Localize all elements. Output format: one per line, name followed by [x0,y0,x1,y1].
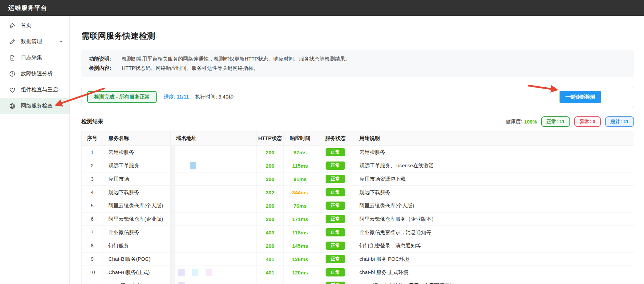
row-index: 9 [82,253,103,266]
status-badge: 正常 [326,188,345,196]
top-bar: 运维服务平台 [0,0,644,16]
health-label: 健康度: [506,118,522,125]
sidebar-item-5[interactable]: 组件检查与重启 [0,82,69,98]
home-icon [9,22,16,29]
row-index: 3 [82,172,103,185]
app-title: 运维服务平台 [8,4,47,12]
table-row: 2观远工单服务200115ms正常观远工单服务、License在线激活 [82,159,634,172]
service-status-cell: 正常 [317,226,354,239]
status-badge: 正常 [326,162,345,170]
results-header: 检测结果 健康度: 100% 正常: 11 异常: 0 总计: 11 [81,116,634,127]
http-status: 401 [257,279,284,284]
domain-address [171,226,257,239]
service-status-cell: 正常 [317,212,354,225]
normal-count-badge: 正常: 11 [541,116,570,127]
sidebar-item-3[interactable]: 日志采集 [0,50,69,66]
sidebar-item-label: 数据清理 [21,38,42,45]
sidebar: 首页数据清理日志采集故障快速分析组件检查与重启网络服务检查 [0,16,70,284]
total-count-badge: 总计: 11 [605,116,634,127]
usage-description: 阿里云镜像仓库服务（企业版本） [354,212,634,225]
domain-address [171,239,257,252]
sidebar-item-1[interactable]: 首页 [0,17,69,34]
progress-value: 11/11 [177,94,189,100]
service-name: 阿里云镜像仓库(企业版) [103,212,171,225]
status-badge: 正常 [326,148,345,156]
brush-icon [9,38,16,45]
sidebar-item-label: 故障快速分析 [21,70,53,77]
results-section-title: 检测结果 [81,118,103,125]
redacted-domain-mark [206,269,212,276]
alert-circle-icon [9,70,16,77]
service-name: 云巡检服务 [103,146,171,159]
domain-address [171,146,257,159]
service-status-cell: 正常 [317,199,354,212]
sidebar-item-label: 首页 [21,22,31,29]
http-status: 200 [257,159,284,172]
main-content: 需联网服务快速检测 功能说明: 检测BI常用平台相关服务的网络连通性，检测时仅更… [70,16,644,284]
info-label: 功能说明: [89,54,116,63]
usage-description: 钉钉免密登录，消息通知等 [354,239,634,252]
status-badge: 正常 [326,202,345,210]
http-status: 200 [257,199,284,212]
globe-icon [9,103,16,109]
service-status-cell: 正常 [317,239,354,252]
response-time: 115ms [284,159,317,172]
http-status: 200 [257,239,284,252]
response-time: 115ms [284,279,317,284]
status-badge: 正常 [326,255,345,263]
info-text: HTTP状态码、网络响应时间、服务可达性等关键网络指标。 [122,63,258,73]
domain-address [171,212,257,225]
http-status: 200 [257,146,284,159]
table-row: 4观远下载服务302844ms正常观远下载服务 [82,186,634,199]
usage-description: 应用市场资源包下载 [354,172,634,185]
sidebar-item-4[interactable]: 故障快速分析 [0,66,69,82]
sidebar-item-label: 组件检查与重启 [21,86,58,93]
redacted-domain-mark [190,162,196,169]
domain-address [171,266,257,279]
table-row: 11Helm远程仓库401115ms正常Helm 远程仓库地址，用于BI应用配置… [82,279,634,284]
row-index: 4 [82,186,103,199]
status-badge: 正常 [326,215,345,223]
row-index: 11 [82,279,103,284]
page-title: 需联网服务快速检测 [81,30,634,41]
service-name: 企业微信服务 [103,226,171,239]
check-result-badge: 检测完成 - 所有服务正常 [87,91,157,103]
redacted-domain-mark [192,269,198,276]
table-body: 1云巡检服务20087ms正常云巡检服务2观远工单服务200115ms正常观远工… [82,146,634,284]
service-status-cell: 正常 [317,146,354,159]
usage-description: Helm 远程仓库地址，用于BI应用配置更新 [354,279,634,284]
page: 运维服务平台 首页数据清理日志采集故障快速分析组件检查与重启网络服务检查 需联网… [0,0,644,284]
row-index: 6 [82,212,103,225]
health-stats: 健康度: 100% 正常: 11 异常: 0 总计: 11 [506,116,634,127]
service-status-cell: 正常 [317,159,354,172]
service-name: Helm远程仓库 [103,279,171,284]
service-name: Chat-BI服务(POC) [103,253,171,266]
sidebar-item-6[interactable]: 网络服务检查 [0,98,69,114]
service-name: 观远下载服务 [103,186,171,199]
progress-indicator: 进度:11/11 [163,94,189,100]
one-click-diagnose-button[interactable]: 一键诊断检测 [560,91,601,103]
abnormal-count-badge: 异常: 0 [574,116,601,127]
usage-description: 观远下载服务 [354,186,634,199]
row-index: 5 [82,199,103,212]
status-card: 检测完成 - 所有服务正常 进度:11/11 执行时间:3.40秒 一键诊断检测 [81,86,634,108]
sidebar-item-2[interactable]: 数据清理 [0,34,69,50]
domain-address [171,159,257,172]
usage-description: 云巡检服务 [354,146,634,159]
table-header-row: 序号服务名称域名地址HTTP状态响应时间服务状态用途说明 [82,131,634,146]
info-label: 检测内容: [89,63,116,73]
service-status-cell: 正常 [317,266,354,279]
redacted-domain-mark [178,269,185,276]
domain-address [171,199,257,212]
http-status: 200 [257,212,284,225]
status-badge: 正常 [326,228,345,236]
execution-time: 执行时间:3.40秒 [195,94,233,100]
results-table: 序号服务名称域名地址HTTP状态响应时间服务状态用途说明 1云巡检服务20087… [81,131,634,284]
document-icon [9,54,16,61]
sidebar-item-label: 日志采集 [21,54,42,61]
row-index: 10 [82,266,103,279]
service-name: Chat-BI服务(正式) [103,266,171,279]
http-status: 403 [257,226,284,239]
row-index: 8 [82,239,103,252]
redacted-domain-mark [178,282,185,284]
